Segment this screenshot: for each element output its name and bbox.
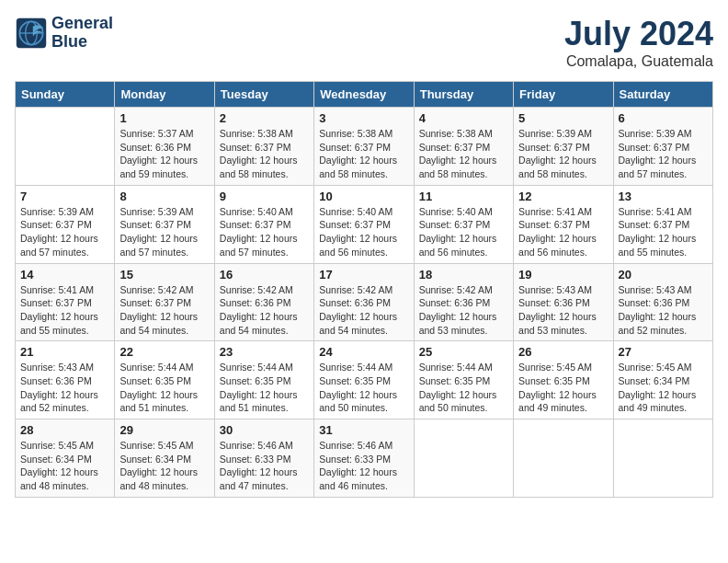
- day-number: 29: [119, 423, 209, 437]
- day-number: 15: [119, 268, 209, 282]
- day-number: 22: [119, 345, 209, 359]
- calendar-cell: 5Sunrise: 5:39 AMSunset: 6:37 PMDaylight…: [514, 108, 613, 186]
- day-info: Sunrise: 5:40 AMSunset: 6:37 PMDaylight:…: [220, 205, 309, 259]
- calendar-cell: 24Sunrise: 5:44 AMSunset: 6:35 PMDayligh…: [314, 341, 414, 419]
- calendar-cell: 7Sunrise: 5:39 AMSunset: 6:37 PMDaylight…: [16, 185, 115, 263]
- day-number: 27: [619, 345, 708, 359]
- calendar-header-row: SundayMondayTuesdayWednesdayThursdayFrid…: [16, 82, 713, 108]
- day-info: Sunrise: 5:44 AMSunset: 6:35 PMDaylight:…: [419, 361, 508, 415]
- day-number: 23: [220, 345, 309, 359]
- day-info: Sunrise: 5:42 AMSunset: 6:37 PMDaylight:…: [119, 283, 209, 338]
- logo: General Blue: [15, 15, 113, 52]
- day-info: Sunrise: 5:37 AMSunset: 6:36 PMDaylight:…: [119, 127, 209, 181]
- calendar-cell: [16, 108, 115, 186]
- day-info: Sunrise: 5:41 AMSunset: 6:37 PMDaylight:…: [20, 283, 109, 338]
- calendar-cell: 4Sunrise: 5:38 AMSunset: 6:37 PMDaylight…: [414, 108, 513, 186]
- logo-line2: Blue: [51, 33, 113, 52]
- day-header-friday: Friday: [514, 82, 613, 108]
- day-number: 5: [518, 111, 608, 125]
- calendar-cell: 16Sunrise: 5:42 AMSunset: 6:36 PMDayligh…: [214, 263, 313, 341]
- day-number: 24: [319, 345, 408, 359]
- day-number: 19: [518, 268, 608, 282]
- day-info: Sunrise: 5:38 AMSunset: 6:37 PMDaylight:…: [319, 127, 408, 181]
- calendar-cell: [613, 419, 712, 498]
- calendar-cell: 27Sunrise: 5:45 AMSunset: 6:34 PMDayligh…: [613, 341, 712, 419]
- day-number: 31: [319, 423, 408, 437]
- day-number: 14: [20, 268, 109, 282]
- logo-line1: General: [51, 15, 113, 33]
- calendar-week-row: 21Sunrise: 5:43 AMSunset: 6:36 PMDayligh…: [16, 341, 713, 419]
- calendar-cell: 2Sunrise: 5:38 AMSunset: 6:37 PMDaylight…: [214, 108, 313, 186]
- calendar-cell: 11Sunrise: 5:40 AMSunset: 6:37 PMDayligh…: [414, 185, 513, 263]
- day-info: Sunrise: 5:39 AMSunset: 6:37 PMDaylight:…: [619, 127, 708, 181]
- calendar-week-row: 28Sunrise: 5:45 AMSunset: 6:34 PMDayligh…: [16, 419, 713, 498]
- day-info: Sunrise: 5:46 AMSunset: 6:33 PMDaylight:…: [319, 439, 408, 493]
- day-info: Sunrise: 5:40 AMSunset: 6:37 PMDaylight:…: [319, 205, 408, 259]
- header: General Blue July 2024 Comalapa, Guatema…: [15, 15, 713, 70]
- day-number: 7: [20, 190, 109, 203]
- day-info: Sunrise: 5:43 AMSunset: 6:36 PMDaylight:…: [20, 361, 109, 415]
- day-info: Sunrise: 5:45 AMSunset: 6:34 PMDaylight:…: [619, 361, 708, 415]
- day-info: Sunrise: 5:39 AMSunset: 6:37 PMDaylight:…: [119, 205, 209, 259]
- day-number: 21: [20, 345, 109, 359]
- calendar-cell: [514, 419, 613, 498]
- day-number: 17: [319, 268, 408, 282]
- calendar-cell: 19Sunrise: 5:43 AMSunset: 6:36 PMDayligh…: [514, 263, 613, 341]
- day-info: Sunrise: 5:41 AMSunset: 6:37 PMDaylight:…: [619, 205, 708, 259]
- calendar-table: SundayMondayTuesdayWednesdayThursdayFrid…: [15, 81, 713, 498]
- day-info: Sunrise: 5:38 AMSunset: 6:37 PMDaylight:…: [419, 127, 508, 181]
- day-number: 13: [619, 190, 708, 203]
- month-year: July 2024: [564, 15, 713, 53]
- calendar-cell: 26Sunrise: 5:45 AMSunset: 6:35 PMDayligh…: [514, 341, 613, 419]
- day-number: 9: [220, 190, 309, 203]
- calendar-cell: 21Sunrise: 5:43 AMSunset: 6:36 PMDayligh…: [16, 341, 115, 419]
- calendar-cell: 20Sunrise: 5:43 AMSunset: 6:36 PMDayligh…: [613, 263, 712, 341]
- calendar-cell: 10Sunrise: 5:40 AMSunset: 6:37 PMDayligh…: [314, 185, 414, 263]
- calendar-cell: 18Sunrise: 5:42 AMSunset: 6:36 PMDayligh…: [414, 263, 513, 341]
- day-header-wednesday: Wednesday: [314, 82, 414, 108]
- title-block: July 2024 Comalapa, Guatemala: [564, 15, 713, 70]
- calendar-cell: 17Sunrise: 5:42 AMSunset: 6:36 PMDayligh…: [314, 263, 414, 341]
- calendar-cell: 30Sunrise: 5:46 AMSunset: 6:33 PMDayligh…: [214, 419, 313, 498]
- day-header-saturday: Saturday: [613, 82, 712, 108]
- day-info: Sunrise: 5:39 AMSunset: 6:37 PMDaylight:…: [20, 205, 109, 259]
- day-header-sunday: Sunday: [16, 82, 115, 108]
- day-info: Sunrise: 5:45 AMSunset: 6:34 PMDaylight:…: [20, 439, 109, 493]
- calendar-cell: 12Sunrise: 5:41 AMSunset: 6:37 PMDayligh…: [514, 185, 613, 263]
- day-info: Sunrise: 5:43 AMSunset: 6:36 PMDaylight:…: [619, 283, 708, 338]
- day-info: Sunrise: 5:41 AMSunset: 6:37 PMDaylight:…: [518, 205, 608, 259]
- calendar-cell: 9Sunrise: 5:40 AMSunset: 6:37 PMDaylight…: [214, 185, 313, 263]
- day-number: 30: [220, 423, 309, 437]
- calendar-body: 1Sunrise: 5:37 AMSunset: 6:36 PMDaylight…: [16, 108, 713, 498]
- calendar-cell: 15Sunrise: 5:42 AMSunset: 6:37 PMDayligh…: [115, 263, 214, 341]
- day-number: 25: [419, 345, 508, 359]
- day-info: Sunrise: 5:45 AMSunset: 6:34 PMDaylight:…: [119, 439, 209, 493]
- day-number: 3: [319, 111, 408, 125]
- day-info: Sunrise: 5:46 AMSunset: 6:33 PMDaylight:…: [220, 439, 309, 493]
- day-info: Sunrise: 5:43 AMSunset: 6:36 PMDaylight:…: [518, 283, 608, 338]
- calendar-cell: 22Sunrise: 5:44 AMSunset: 6:35 PMDayligh…: [115, 341, 214, 419]
- day-number: 28: [20, 423, 109, 437]
- calendar-cell: 3Sunrise: 5:38 AMSunset: 6:37 PMDaylight…: [314, 108, 414, 186]
- calendar-cell: 31Sunrise: 5:46 AMSunset: 6:33 PMDayligh…: [314, 419, 414, 498]
- calendar-cell: 6Sunrise: 5:39 AMSunset: 6:37 PMDaylight…: [613, 108, 712, 186]
- calendar-week-row: 7Sunrise: 5:39 AMSunset: 6:37 PMDaylight…: [16, 185, 713, 263]
- logo-icon: [15, 17, 48, 50]
- day-number: 8: [119, 190, 209, 203]
- day-number: 2: [220, 111, 309, 125]
- calendar-week-row: 14Sunrise: 5:41 AMSunset: 6:37 PMDayligh…: [16, 263, 713, 341]
- calendar-cell: 23Sunrise: 5:44 AMSunset: 6:35 PMDayligh…: [214, 341, 313, 419]
- day-info: Sunrise: 5:42 AMSunset: 6:36 PMDaylight:…: [220, 283, 309, 338]
- day-number: 4: [419, 111, 508, 125]
- day-info: Sunrise: 5:42 AMSunset: 6:36 PMDaylight:…: [319, 283, 408, 338]
- logo-text: General Blue: [51, 15, 113, 52]
- day-header-monday: Monday: [115, 82, 214, 108]
- calendar-cell: 29Sunrise: 5:45 AMSunset: 6:34 PMDayligh…: [115, 419, 214, 498]
- day-number: 26: [518, 345, 608, 359]
- day-info: Sunrise: 5:44 AMSunset: 6:35 PMDaylight:…: [220, 361, 309, 415]
- day-info: Sunrise: 5:40 AMSunset: 6:37 PMDaylight:…: [419, 205, 508, 259]
- day-info: Sunrise: 5:42 AMSunset: 6:36 PMDaylight:…: [419, 283, 508, 338]
- day-header-tuesday: Tuesday: [214, 82, 313, 108]
- calendar-cell: 13Sunrise: 5:41 AMSunset: 6:37 PMDayligh…: [613, 185, 712, 263]
- calendar-week-row: 1Sunrise: 5:37 AMSunset: 6:36 PMDaylight…: [16, 108, 713, 186]
